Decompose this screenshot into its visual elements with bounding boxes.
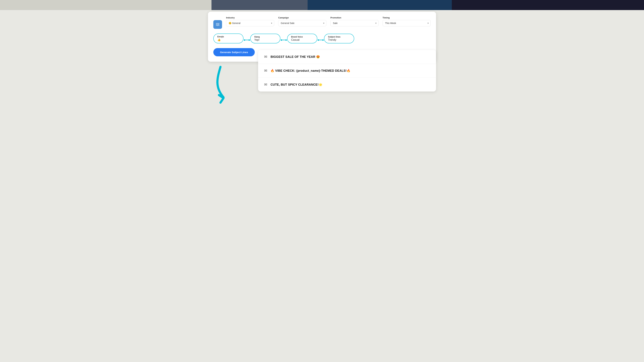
dot-2 xyxy=(248,39,250,41)
timing-select-wrapper: This Week xyxy=(382,20,431,26)
brand-voice-oval: Brand Voice Casual xyxy=(287,34,317,43)
result-item-1: ✉ BIGGEST SALE OF THE YEAR 😍 xyxy=(258,50,436,64)
industry-label: Industry xyxy=(226,16,274,19)
timing-label: Timing xyxy=(382,16,431,19)
industry-select[interactable]: 😊 General xyxy=(226,20,274,26)
emojis-oval-container: Emojis 👍 xyxy=(213,33,244,43)
slang-label: Slang xyxy=(254,36,276,38)
slang-value: Yep! xyxy=(254,38,276,41)
subject-lines-value: Trendy xyxy=(328,38,350,41)
industry-filter-group: Industry 😊 General xyxy=(226,16,274,26)
result-item-2: ✉ 🔥 VIBE CHECK: {product_name}-THEMED DE… xyxy=(258,64,436,78)
dot-1 xyxy=(244,39,245,41)
top-seg-4 xyxy=(452,0,644,10)
campaign-select[interactable]: General Sale xyxy=(278,20,326,26)
top-seg-2 xyxy=(212,0,308,10)
top-bar-segments xyxy=(0,0,644,10)
dot-6 xyxy=(322,39,324,41)
dot-line-1 xyxy=(245,40,248,40)
svg-rect-1 xyxy=(216,24,220,25)
mail-icon-3: ✉ xyxy=(264,82,267,87)
svg-rect-0 xyxy=(216,23,220,23)
promotion-select[interactable]: Sale xyxy=(330,20,378,26)
results-section: ✉ BIGGEST SALE OF THE YEAR 😍 ✉ 🔥 VIBE CH… xyxy=(208,63,436,108)
emojis-label: Emojis xyxy=(217,35,240,38)
connector-2 xyxy=(280,39,287,41)
timing-filter-group: Timing This Week xyxy=(382,16,431,26)
curved-arrow xyxy=(211,63,245,107)
top-bar xyxy=(0,0,644,10)
dot-line-3 xyxy=(319,40,322,40)
result-text-1: BIGGEST SALE OF THE YEAR 😍 xyxy=(270,55,320,59)
mail-icon-1: ✉ xyxy=(264,55,267,59)
svg-point-4 xyxy=(218,24,219,25)
oval-row: Emojis 👍 Slang Yep! xyxy=(213,33,431,43)
emojis-oval: Emojis 👍 xyxy=(213,33,244,43)
promotion-filter-group: Promotion Sale xyxy=(330,16,378,26)
filter-icon-button[interactable] xyxy=(213,20,222,29)
brand-voice-value: Casual xyxy=(291,38,313,41)
brand-voice-oval-container: Brand Voice Casual xyxy=(287,34,317,43)
svg-point-3 xyxy=(216,23,217,24)
campaign-label: Campaign xyxy=(278,16,326,19)
top-seg-1 xyxy=(0,0,212,10)
svg-point-5 xyxy=(217,25,218,26)
result-text-3: CUTE, BUT SPICY CLEARANCE!🌟 xyxy=(270,83,322,86)
timing-select[interactable]: This Week xyxy=(382,20,431,26)
subject-lines-oval-container: Subject lines Trendy xyxy=(324,34,354,43)
mail-icon-2: ✉ xyxy=(264,68,267,73)
campaign-select-wrapper: General Sale xyxy=(278,20,326,26)
industry-select-wrapper: 😊 General xyxy=(226,20,274,26)
connector-1 xyxy=(244,39,250,41)
filter-row: Industry 😊 General Campaign General Sale xyxy=(213,16,431,29)
generate-button[interactable]: Generate Subject Lines xyxy=(213,48,255,56)
promotion-select-wrapper: Sale xyxy=(330,20,378,26)
connector-3 xyxy=(317,39,324,41)
brand-voice-label: Brand Voice xyxy=(291,36,313,38)
sliders-icon xyxy=(216,22,220,27)
page-wrapper: Industry 😊 General Campaign General Sale xyxy=(0,0,644,118)
emojis-value: 👍 xyxy=(217,38,240,41)
result-item-3: ✉ CUTE, BUT SPICY CLEARANCE!🌟 xyxy=(258,78,436,91)
subject-lines-oval: Subject lines Trendy xyxy=(324,34,354,43)
dot-4 xyxy=(286,39,287,41)
results-card: ✉ BIGGEST SALE OF THE YEAR 😍 ✉ 🔥 VIBE CH… xyxy=(258,50,436,91)
slang-oval-container: Slang Yep! xyxy=(250,34,280,43)
promotion-label: Promotion xyxy=(330,16,378,19)
campaign-filter-group: Campaign General Sale xyxy=(278,16,326,26)
top-seg-3 xyxy=(308,0,452,10)
result-text-2: 🔥 VIBE CHECK: {product_name}-THEMED DEAL… xyxy=(270,69,350,72)
slang-oval: Slang Yep! xyxy=(250,34,280,43)
dot-3 xyxy=(281,39,282,41)
dot-5 xyxy=(318,39,319,41)
arrow-area xyxy=(208,63,258,108)
subject-lines-label: Subject lines xyxy=(328,36,350,38)
dot-line-2 xyxy=(282,40,286,40)
